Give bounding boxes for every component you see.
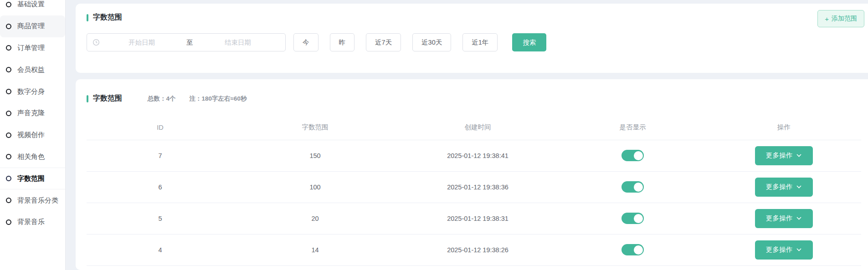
- title-accent-bar: [87, 14, 88, 21]
- row-created-cell: 2025-01-12 19:38:26: [396, 234, 559, 265]
- more-actions-button[interactable]: 更多操作: [755, 240, 813, 260]
- row-id-cell: 4: [87, 234, 234, 265]
- radio-circle-icon: [6, 2, 11, 7]
- sidebar-item[interactable]: 数字分身: [0, 81, 65, 102]
- more-actions-button[interactable]: 更多操作: [755, 146, 813, 165]
- sidebar-item-label: 基础设置: [17, 0, 45, 9]
- table-card-header: 字数范围 总数：4个 注：180字左右≈60秒: [87, 94, 861, 103]
- visibility-toggle[interactable]: [621, 181, 644, 193]
- row-action-cell: 更多操作: [706, 203, 861, 234]
- row-range-cell: 100: [234, 171, 396, 203]
- row-action-cell: 更多操作: [706, 171, 861, 203]
- row-id-cell: 7: [87, 140, 234, 171]
- table-card: 字数范围 总数：4个 注：180字左右≈60秒 ID字数范围创建时间是否显示操作: [76, 79, 868, 270]
- sidebar-item-label: 数字分身: [17, 87, 45, 96]
- sidebar-item[interactable]: 商品管理: [0, 15, 65, 37]
- radio-circle-icon: [6, 154, 11, 159]
- sidebar-item[interactable]: 会员权益: [0, 59, 65, 81]
- search-button[interactable]: 搜索: [512, 33, 546, 51]
- sidebar-item[interactable]: 相关角色: [0, 146, 65, 168]
- visibility-toggle[interactable]: [621, 150, 644, 161]
- visibility-toggle[interactable]: [621, 244, 644, 255]
- table-row: 6 100 2025-01-12 19:38:36 更多操作: [87, 171, 861, 203]
- row-created-cell: 2025-01-12 19:38:41: [396, 140, 559, 171]
- app-layout: 基础设置 商品管理 订单管理 会员权益 数字分身 声音克隆 视频创作: [0, 0, 868, 270]
- sidebar-item-label: 背景音乐: [17, 218, 45, 226]
- radio-circle-icon: [6, 67, 11, 72]
- row-range-cell: 20: [234, 203, 396, 234]
- quick-range-button[interactable]: 近7天: [366, 33, 401, 51]
- more-actions-label: 更多操作: [766, 245, 792, 254]
- sidebar-item[interactable]: 背景音乐分类: [0, 189, 65, 211]
- sidebar-item-label: 会员权益: [17, 66, 45, 74]
- sidebar-item-label: 相关角色: [17, 153, 45, 161]
- row-created-cell: 2025-01-12 19:38:36: [396, 171, 559, 203]
- sidebar-item[interactable]: 声音克隆: [0, 102, 65, 124]
- sidebar-item-label: 声音克隆: [17, 109, 45, 117]
- table-row: 4 14 2025-01-12 19:38:26 更多操作: [87, 234, 861, 265]
- more-actions-button[interactable]: 更多操作: [755, 209, 813, 228]
- start-date-input[interactable]: 开始日期: [100, 38, 184, 47]
- plus-icon: +: [825, 15, 829, 22]
- radio-circle-icon: [6, 45, 11, 51]
- add-range-button[interactable]: + 添加范围: [817, 10, 864, 27]
- more-actions-button[interactable]: 更多操作: [755, 178, 813, 197]
- column-header: 创建时间: [396, 115, 559, 140]
- radio-circle-icon: [6, 219, 11, 225]
- filter-card-title: 字数范围: [93, 13, 122, 22]
- quick-range-button[interactable]: 今: [293, 33, 318, 51]
- filter-card-header: 字数范围: [87, 13, 868, 22]
- sidebar-item[interactable]: 字数范围: [0, 168, 65, 189]
- sidebar-item[interactable]: 视频创作: [0, 124, 65, 146]
- main-content: 字数范围 开始日期 至 结束日期 今昨近7天近30天近1年 搜索: [66, 0, 868, 270]
- total-count-label: 总数：4个: [148, 95, 176, 103]
- table-card-title: 字数范围: [93, 94, 122, 103]
- column-header: 操作: [706, 115, 861, 140]
- date-range-separator: 至: [184, 38, 196, 47]
- end-date-input[interactable]: 结束日期: [196, 38, 280, 47]
- sidebar-menu: 基础设置 商品管理 订单管理 会员权益 数字分身 声音克隆 视频创作: [0, 0, 65, 233]
- sidebar-item[interactable]: 基础设置: [0, 0, 65, 15]
- table-meta: 总数：4个 注：180字左右≈60秒: [148, 95, 247, 103]
- filter-card: 字数范围 开始日期 至 结束日期 今昨近7天近30天近1年 搜索: [76, 4, 868, 73]
- table-row: 7 150 2025-01-12 19:38:41 更多操作: [87, 140, 861, 171]
- radio-circle-icon: [6, 176, 11, 181]
- more-actions-label: 更多操作: [766, 151, 792, 160]
- sidebar-item-label: 背景音乐分类: [17, 196, 58, 205]
- row-action-cell: 更多操作: [706, 140, 861, 171]
- radio-circle-icon: [6, 89, 11, 94]
- table-header: ID字数范围创建时间是否显示操作: [87, 115, 861, 140]
- title-accent-bar: [87, 95, 88, 102]
- column-header: 字数范围: [234, 115, 396, 140]
- radio-circle-icon: [6, 24, 11, 29]
- table-body: 7 150 2025-01-12 19:38:41 更多操作: [87, 140, 861, 265]
- ranges-table: ID字数范围创建时间是否显示操作 7 150 2025-01-12 19:38:…: [87, 115, 861, 266]
- sidebar-item-label: 订单管理: [17, 44, 45, 52]
- chevron-down-icon: [796, 185, 801, 188]
- more-actions-label: 更多操作: [766, 183, 792, 191]
- visibility-toggle[interactable]: [621, 213, 644, 224]
- sidebar: 基础设置 商品管理 订单管理 会员权益 数字分身 声音克隆 视频创作: [0, 0, 66, 270]
- table-card-title-wrap: 字数范围: [87, 94, 122, 103]
- date-range-picker[interactable]: 开始日期 至 结束日期: [87, 33, 286, 51]
- row-visible-cell: [559, 203, 706, 234]
- column-header: ID: [87, 115, 234, 140]
- chevron-down-icon: [796, 248, 801, 251]
- quick-range-button[interactable]: 昨: [330, 33, 355, 51]
- add-range-button-label: 添加范围: [832, 15, 857, 23]
- chevron-down-icon: [796, 154, 801, 157]
- more-actions-label: 更多操作: [766, 214, 792, 223]
- row-range-cell: 14: [234, 234, 396, 265]
- chevron-down-icon: [796, 217, 801, 220]
- filter-row: 开始日期 至 结束日期 今昨近7天近30天近1年 搜索: [87, 33, 868, 51]
- column-header: 是否显示: [559, 115, 706, 140]
- row-created-cell: 2025-01-12 19:38:31: [396, 203, 559, 234]
- row-visible-cell: [559, 171, 706, 203]
- row-id-cell: 6: [87, 171, 234, 203]
- quick-range-button[interactable]: 近30天: [412, 33, 451, 51]
- quick-range-button[interactable]: 近1年: [462, 33, 498, 51]
- sidebar-item[interactable]: 订单管理: [0, 37, 65, 59]
- clock-icon: [92, 39, 100, 46]
- sidebar-item[interactable]: 背景音乐: [0, 211, 65, 233]
- row-visible-cell: [559, 140, 706, 171]
